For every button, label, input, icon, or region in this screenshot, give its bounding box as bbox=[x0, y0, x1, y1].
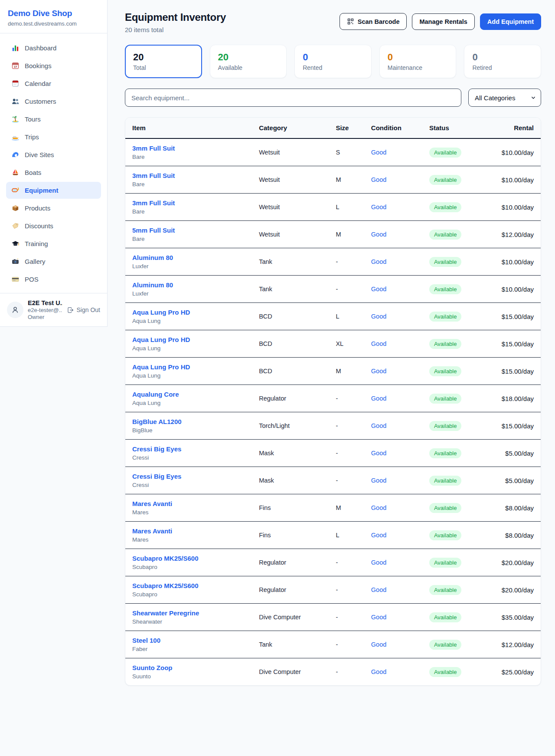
sign-out-button[interactable]: Sign Out bbox=[67, 306, 100, 314]
bar-chart-icon bbox=[11, 44, 20, 52]
item-link[interactable]: Steel 100 bbox=[132, 637, 245, 644]
sidebar-item-dive-sites[interactable]: Dive Sites bbox=[6, 146, 101, 163]
search-input[interactable] bbox=[125, 89, 461, 107]
sidebar-item-equipment[interactable]: Equipment bbox=[6, 182, 101, 199]
sidebar-item-bookings[interactable]: Bookings bbox=[6, 57, 101, 74]
item-size: - bbox=[329, 248, 364, 276]
status-badge: Available bbox=[429, 503, 462, 513]
header-actions: Scan Barcode Manage Rentals Add Equipmen… bbox=[340, 13, 541, 30]
equipment-table: Item Category Size Condition Status Rent… bbox=[125, 118, 541, 685]
table-row[interactable]: 3mm Full Suit Bare Wetsuit L Good Availa… bbox=[125, 194, 541, 221]
sidebar-item-pos[interactable]: POS bbox=[6, 271, 101, 288]
item-link[interactable]: Aqua Lung Pro HD bbox=[132, 309, 245, 316]
item-link[interactable]: Shearwater Peregrine bbox=[132, 609, 245, 617]
table-row[interactable]: Aqua Lung Pro HD Aqua Lung BCD XL Good A… bbox=[125, 330, 541, 358]
table-row[interactable]: Aqualung Core Aqua Lung Regulator - Good… bbox=[125, 385, 541, 412]
item-condition-link[interactable]: Good bbox=[364, 494, 422, 522]
item-condition-link[interactable]: Good bbox=[364, 221, 422, 248]
table-row[interactable]: Shearwater Peregrine Shearwater Dive Com… bbox=[125, 604, 541, 631]
item-link[interactable]: Aqua Lung Pro HD bbox=[132, 336, 245, 343]
table-row[interactable]: Suunto Zoop Suunto Dive Computer - Good … bbox=[125, 658, 541, 686]
table-row[interactable]: BigBlue AL1200 BigBlue Torch/Light - Goo… bbox=[125, 412, 541, 440]
item-link[interactable]: 3mm Full Suit bbox=[132, 199, 245, 207]
item-condition-link[interactable]: Good bbox=[364, 248, 422, 276]
item-link[interactable]: Cressi Big Eyes bbox=[132, 445, 245, 453]
item-condition-link[interactable]: Good bbox=[364, 467, 422, 494]
sidebar-item-label: Gallery bbox=[25, 258, 46, 265]
sidebar-item-boats[interactable]: Boats bbox=[6, 164, 101, 181]
item-link[interactable]: 3mm Full Suit bbox=[132, 172, 245, 179]
item-link[interactable]: Aqualung Core bbox=[132, 391, 245, 398]
stat-value: 20 bbox=[133, 52, 194, 63]
stat-label: Maintenance bbox=[388, 64, 448, 71]
table-row[interactable]: Mares Avanti Mares Fins M Good Available… bbox=[125, 494, 541, 522]
item-link[interactable]: Aqua Lung Pro HD bbox=[132, 363, 245, 371]
sign-out-icon bbox=[67, 306, 74, 314]
sidebar-item-products[interactable]: Products bbox=[6, 200, 101, 217]
item-condition-link[interactable]: Good bbox=[364, 440, 422, 467]
sidebar-item-discounts[interactable]: Discounts bbox=[6, 217, 101, 234]
shop-name[interactable]: Demo Dive Shop bbox=[8, 9, 99, 18]
item-link[interactable]: Suunto Zoop bbox=[132, 664, 245, 671]
table-row[interactable]: Steel 100 Faber Tank - Good Available $1… bbox=[125, 631, 541, 658]
item-condition-link[interactable]: Good bbox=[364, 303, 422, 330]
table-row[interactable]: 3mm Full Suit Bare Wetsuit S Good Availa… bbox=[125, 138, 541, 166]
sidebar-item-label: Trips bbox=[25, 133, 39, 141]
item-link[interactable]: 5mm Full Suit bbox=[132, 227, 245, 234]
stat-card-retired[interactable]: 0 Retired bbox=[464, 45, 541, 78]
sidebar-item-trips[interactable]: Trips bbox=[6, 128, 101, 145]
table-row[interactable]: Scubapro MK25/S600 Scubapro Regulator - … bbox=[125, 549, 541, 576]
stat-card-maintenance[interactable]: 0 Maintenance bbox=[379, 45, 457, 78]
item-condition-link[interactable]: Good bbox=[364, 385, 422, 412]
qr-scan-icon bbox=[347, 18, 354, 25]
item-condition-link[interactable]: Good bbox=[364, 522, 422, 549]
table-row[interactable]: 3mm Full Suit Bare Wetsuit M Good Availa… bbox=[125, 166, 541, 194]
table-row[interactable]: Aluminum 80 Luxfer Tank - Good Available… bbox=[125, 248, 541, 276]
item-link[interactable]: Scubapro MK25/S600 bbox=[132, 555, 245, 562]
table-row[interactable]: Cressi Big Eyes Cressi Mask - Good Avail… bbox=[125, 440, 541, 467]
item-link[interactable]: Mares Avanti bbox=[132, 527, 245, 535]
sidebar-item-calendar[interactable]: Calendar bbox=[6, 75, 101, 92]
item-condition-link[interactable]: Good bbox=[364, 276, 422, 303]
sidebar-item-gallery[interactable]: Gallery bbox=[6, 253, 101, 270]
item-link[interactable]: Scubapro MK25/S600 bbox=[132, 582, 245, 589]
stat-card-total[interactable]: 20 Total bbox=[125, 45, 202, 78]
item-condition-link[interactable]: Good bbox=[364, 166, 422, 194]
table-row[interactable]: Mares Avanti Mares Fins L Good Available… bbox=[125, 522, 541, 549]
item-condition-link[interactable]: Good bbox=[364, 138, 422, 166]
category-select[interactable]: All Categories bbox=[468, 89, 541, 107]
item-category: BCD bbox=[252, 330, 329, 358]
item-condition-link[interactable]: Good bbox=[364, 576, 422, 604]
stat-card-available[interactable]: 20 Available bbox=[210, 45, 287, 78]
table-row[interactable]: 5mm Full Suit Bare Wetsuit M Good Availa… bbox=[125, 221, 541, 248]
table-row[interactable]: Aqua Lung Pro HD Aqua Lung BCD M Good Av… bbox=[125, 358, 541, 385]
table-row[interactable]: Aqua Lung Pro HD Aqua Lung BCD L Good Av… bbox=[125, 303, 541, 330]
item-condition-link[interactable]: Good bbox=[364, 330, 422, 358]
item-link[interactable]: 3mm Full Suit bbox=[132, 145, 245, 152]
table-row[interactable]: Scubapro MK25/S600 Scubapro Regulator - … bbox=[125, 576, 541, 604]
stat-card-rented[interactable]: 0 Rented bbox=[294, 45, 372, 78]
item-link[interactable]: BigBlue AL1200 bbox=[132, 418, 245, 425]
sidebar-item-tours[interactable]: Tours bbox=[6, 111, 101, 128]
add-equipment-button[interactable]: Add Equipment bbox=[480, 13, 541, 30]
manage-rentals-button[interactable]: Manage Rentals bbox=[412, 13, 474, 30]
item-link[interactable]: Aluminum 80 bbox=[132, 254, 245, 261]
item-condition-link[interactable]: Good bbox=[364, 194, 422, 221]
item-link[interactable]: Mares Avanti bbox=[132, 500, 245, 507]
item-condition-link[interactable]: Good bbox=[364, 412, 422, 440]
sidebar-item-training[interactable]: Training bbox=[6, 235, 101, 252]
sidebar-item-label: Customers bbox=[25, 98, 56, 105]
item-condition-link[interactable]: Good bbox=[364, 358, 422, 385]
item-link[interactable]: Aluminum 80 bbox=[132, 281, 245, 289]
table-row[interactable]: Aluminum 80 Luxfer Tank - Good Available… bbox=[125, 276, 541, 303]
scan-barcode-button[interactable]: Scan Barcode bbox=[340, 13, 407, 30]
item-condition-link[interactable]: Good bbox=[364, 604, 422, 631]
sidebar-item-customers[interactable]: Customers bbox=[6, 93, 101, 110]
item-rental-price: $25.00/day bbox=[478, 658, 541, 686]
item-condition-link[interactable]: Good bbox=[364, 549, 422, 576]
sidebar-item-dashboard[interactable]: Dashboard bbox=[6, 39, 101, 56]
item-condition-link[interactable]: Good bbox=[364, 631, 422, 658]
item-link[interactable]: Cressi Big Eyes bbox=[132, 473, 245, 480]
table-row[interactable]: Cressi Big Eyes Cressi Mask - Good Avail… bbox=[125, 467, 541, 494]
item-condition-link[interactable]: Good bbox=[364, 658, 422, 686]
